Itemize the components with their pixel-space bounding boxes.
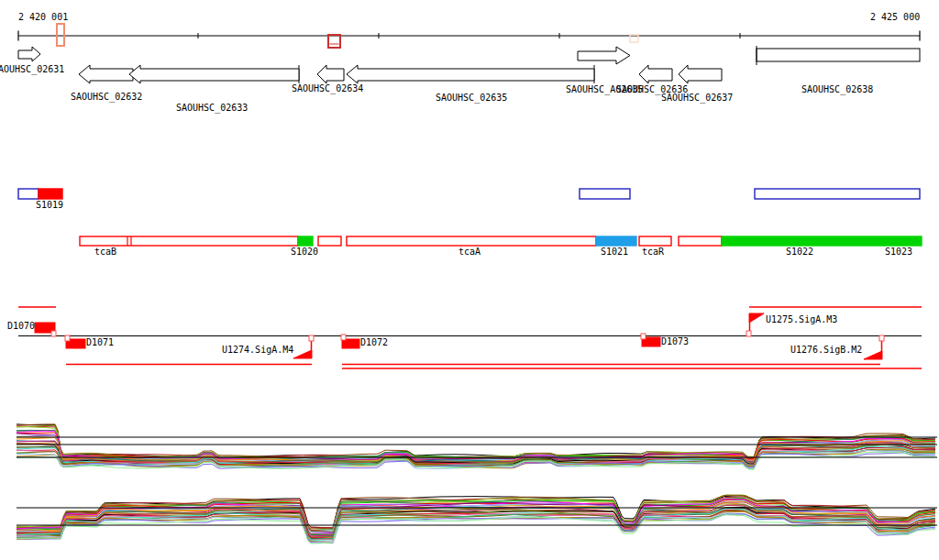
gene-arrow-SAOUHSC_02636[interactable] <box>639 65 672 83</box>
segment-blue-box-1[interactable] <box>580 189 630 199</box>
gene-arrow-SAOUHSC_02634[interactable] <box>317 65 344 83</box>
segment-S1020[interactable] <box>298 236 313 246</box>
segment-S1021[interactable] <box>596 236 636 246</box>
segment-tcaR[interactable] <box>639 236 671 246</box>
shift-position-marker-D1071[interactable] <box>65 335 70 341</box>
feature-label-tcaR: tcaR <box>642 247 664 257</box>
gene-label-SAOUHSC_02634: SAOUHSC_02634 <box>292 84 363 93</box>
upshift-U1275[interactable] <box>749 313 764 323</box>
feature-label-S1023: S1023 <box>885 247 912 257</box>
shift-position-marker-U1274[interactable] <box>309 335 314 341</box>
signal-label-U1274: U1274.SigA.M4 <box>222 346 293 355</box>
gene-label-SAOUHSC_02638: SAOUHSC_02638 <box>801 85 873 94</box>
feature-label-S1019: S1019 <box>36 201 63 210</box>
upshift-U1276[interactable] <box>864 351 882 359</box>
signal-label-D1072: D1072 <box>360 338 388 347</box>
ruler-end-coordinate: 2 425 000 <box>870 13 920 22</box>
segment-S1022-S1023[interactable] <box>722 236 922 246</box>
feature-label-tcaA: tcaA <box>458 247 481 257</box>
gene-arrow-SAOUHSC_02637[interactable] <box>679 65 722 83</box>
segment-tcaB[interactable] <box>80 236 298 246</box>
feature-label-S1021: S1021 <box>601 247 628 257</box>
segment-tcaA[interactable] <box>347 236 596 246</box>
gene-arrow-SAOUHSC_02635[interactable] <box>347 65 594 83</box>
gene-arrow-SAOUHSC_A02635[interactable] <box>578 47 630 64</box>
segment-blue-box-2[interactable] <box>755 189 920 199</box>
shift-position-marker-D1072[interactable] <box>341 335 346 340</box>
segment-S1019-right[interactable] <box>39 189 62 199</box>
feature-label-tcaB: tcaB <box>94 247 116 257</box>
gene-arrow-SAOUHSC_02633[interactable] <box>129 65 299 83</box>
shift-position-marker-D1070[interactable] <box>51 331 56 336</box>
gene-label-SAOUHSC_02635: SAOUHSC_02635 <box>436 93 507 103</box>
gene-label-SAOUHSC_02631: SAOUHSC_02631 <box>0 65 64 74</box>
gene-label-SAOUHSC_02632: SAOUHSC_02632 <box>71 93 142 102</box>
gene-arrow-SAOUHSC_02631[interactable] <box>18 47 40 61</box>
gene-label-SAOUHSC_02633: SAOUHSC_02633 <box>176 104 248 113</box>
signal-label-U1275: U1275.SigA.M3 <box>766 315 837 324</box>
expression-panel-reverse[interactable] <box>17 495 937 544</box>
signal-label-U1276: U1276.SigB.M2 <box>790 346 862 355</box>
segment-S1019-left[interactable] <box>18 189 39 199</box>
gene-label-SAOUHSC_02637: SAOUHSC_02637 <box>661 93 733 103</box>
shift-position-marker-D1073[interactable] <box>641 334 646 339</box>
feature-label-S1020: S1020 <box>291 247 318 257</box>
signal-label-D1073: D1073 <box>661 337 689 346</box>
ruler-marker-1[interactable] <box>57 24 64 46</box>
ruler-start-coordinate: 2 420 001 <box>18 13 68 22</box>
genome-browser: 2 420 001 2 425 000 SAOUHSC_02631SAOUHSC… <box>0 0 939 560</box>
gene-arrow-SAOUHSC_02638[interactable] <box>757 49 920 61</box>
expression-panel-forward[interactable] <box>17 424 937 469</box>
shift-position-marker-U1275[interactable] <box>746 331 751 336</box>
gene-arrow-SAOUHSC_02632[interactable] <box>79 65 133 83</box>
feature-label-S1022: S1022 <box>786 247 813 257</box>
upshift-U1274[interactable] <box>293 350 312 358</box>
signal-label-D1070: D1070 <box>7 322 35 331</box>
segment-red-small-2[interactable] <box>679 236 722 246</box>
shift-position-marker-U1276[interactable] <box>879 335 884 341</box>
ruler-marker-2[interactable] <box>328 35 340 48</box>
segment-red-small[interactable] <box>318 236 341 246</box>
browser-canvas <box>0 0 939 560</box>
signal-label-D1071: D1071 <box>86 338 114 347</box>
